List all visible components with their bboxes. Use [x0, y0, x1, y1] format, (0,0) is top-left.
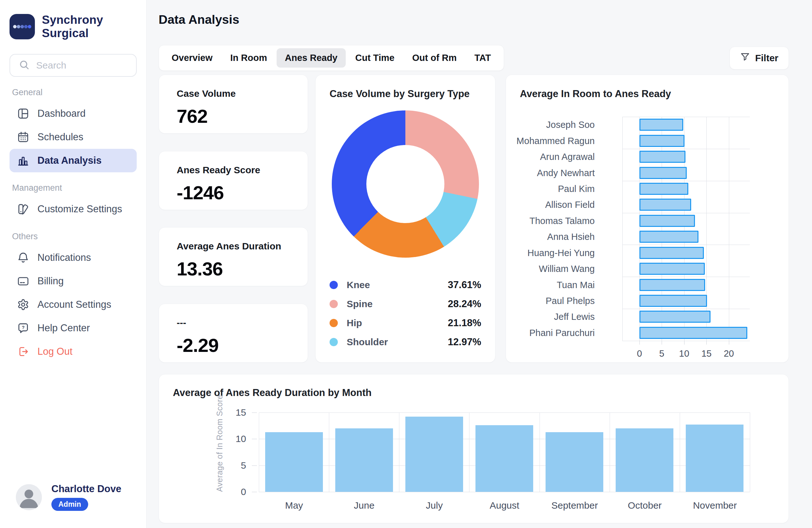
user-name: Charlotte Dove	[52, 483, 121, 495]
hbar-category-label: Mohammed Ragun	[517, 135, 595, 146]
gridline	[622, 245, 750, 245]
sidebar-item-data-analysis[interactable]: Data Analysis	[10, 149, 137, 172]
gridline	[259, 492, 750, 492]
brand-logo-icon	[10, 14, 35, 39]
search-box[interactable]	[10, 54, 137, 77]
hbar-chart: Joseph SooMohammed RagunArun AgrawalAndy…	[520, 117, 774, 364]
bar-joseph-soo	[639, 119, 683, 131]
gridline	[259, 413, 750, 413]
x-tick-label: November	[680, 500, 750, 511]
bar-mohammed-ragun	[639, 135, 684, 147]
kpi-value: 762	[177, 105, 308, 127]
user-role-badge: Admin	[52, 498, 88, 511]
help-icon: ?	[17, 322, 29, 334]
sidebar-item-log-out[interactable]: Log Out	[10, 340, 137, 363]
sidebar-item-account-settings[interactable]: Account Settings	[10, 293, 137, 316]
donut-legend: Knee37.61%Spine28.24%Hip21.18%Shoulder12…	[330, 275, 481, 352]
donut-card-title: Case Volume by Surgery Type	[330, 88, 481, 100]
x-tick-label: September	[539, 500, 610, 511]
legend-label: Hip	[347, 318, 362, 328]
tick-mark	[252, 492, 257, 492]
legend-value: 37.61%	[448, 279, 481, 291]
hbar-category-label: William Wang	[539, 264, 595, 274]
sidebar-item-label: Notifications	[38, 252, 91, 263]
kpi-card-anes-ready-score: Anes Ready Score-1246	[159, 151, 308, 210]
gridline	[622, 341, 750, 341]
sidebar-item-billing[interactable]: Billing	[10, 269, 137, 293]
kpi-card-: ----2.29	[159, 304, 308, 363]
gear-icon	[17, 299, 29, 311]
bar-andy-newhart	[639, 167, 687, 179]
tab-anes-ready[interactable]: Anes Ready	[277, 48, 346, 68]
bar-phani-paruchuri	[639, 327, 747, 339]
sidebar-item-label: Log Out	[38, 346, 72, 357]
tab-cut-time[interactable]: Cut Time	[347, 48, 403, 68]
content: Case Volume762Anes Ready Score-1246Avera…	[159, 74, 789, 523]
page-title: Data Analysis	[159, 13, 239, 27]
tick-mark	[706, 341, 707, 345]
bar-chart-icon	[17, 155, 29, 167]
sidebar-item-customize-settings[interactable]: Customize Settings	[10, 197, 137, 221]
legend-value: 28.24%	[448, 298, 481, 310]
gridline	[622, 309, 750, 309]
kpi-value: -2.29	[177, 334, 308, 356]
hbar-category-label: Jeff Lewis	[554, 312, 595, 322]
gridline	[706, 117, 707, 341]
y-tick-label: 10	[236, 433, 246, 444]
y-tick-label: 5	[241, 460, 246, 471]
section-label-management: Management	[12, 183, 134, 193]
hbar-category-label: Thomas Talamo	[530, 215, 595, 226]
sidebar-item-label: Help Center	[38, 323, 90, 334]
tick-mark	[729, 341, 729, 345]
gridline	[610, 413, 610, 492]
donut-chart	[332, 111, 479, 258]
tab-out-of-rm[interactable]: Out of Rm	[404, 48, 465, 68]
bar-paul-phelps	[639, 295, 707, 307]
kpi-card-case-volume: Case Volume762	[159, 74, 308, 133]
legend-dot-hip-icon	[330, 319, 338, 327]
tick-mark	[252, 466, 257, 466]
tick-mark	[252, 413, 257, 413]
tab-tat[interactable]: TAT	[466, 48, 499, 68]
app: Synchrony Surgical GeneralDashboardSched…	[0, 0, 812, 528]
filter-button[interactable]: Filter	[729, 47, 789, 70]
sidebar-item-notifications[interactable]: Notifications	[10, 246, 137, 269]
gridline	[622, 181, 750, 181]
user-profile[interactable]: Charlotte Dove Admin	[16, 483, 121, 511]
sidebar-item-label: Customize Settings	[38, 203, 122, 215]
tab-overview[interactable]: Overview	[163, 48, 221, 68]
sidebar-item-dashboard[interactable]: Dashboard	[10, 102, 137, 125]
bar-thomas-talamo	[639, 215, 695, 227]
gridline	[750, 413, 750, 492]
gridline	[622, 117, 623, 341]
hbar-category-label: Arun Agrawal	[540, 152, 595, 162]
bar-june	[335, 428, 393, 492]
tabs: OverviewIn RoomAnes ReadyCut TimeOut of …	[159, 45, 504, 71]
gridline	[329, 413, 329, 492]
main-content: Data Analysis OverviewIn RoomAnes ReadyC…	[147, 0, 812, 528]
customize-icon	[17, 203, 29, 215]
billing-icon	[17, 275, 29, 287]
bar-august	[476, 425, 533, 492]
gridline	[684, 117, 684, 341]
legend-row-knee: Knee37.61%	[330, 275, 481, 295]
donut-card: Case Volume by Surgery Type Knee37.61%Sp…	[315, 74, 495, 363]
tab-in-room[interactable]: In Room	[222, 48, 275, 68]
bar-jeff-lewis	[639, 311, 710, 323]
sidebar-item-schedules[interactable]: Schedules	[10, 125, 137, 149]
legend-value: 21.18%	[448, 317, 481, 329]
sidebar: Synchrony Surgical GeneralDashboardSched…	[0, 0, 147, 528]
search-input[interactable]	[35, 60, 128, 71]
logout-icon	[17, 345, 29, 358]
legend-label: Knee	[347, 280, 370, 290]
hbar-card: Average In Room to Anes Ready Joseph Soo…	[506, 74, 789, 363]
svg-text:?: ?	[21, 325, 25, 330]
hbar-plot-area: 05101520	[622, 117, 750, 341]
filter-label: Filter	[755, 53, 778, 63]
gridline	[680, 413, 680, 492]
sidebar-item-help-center[interactable]: ?Help Center	[10, 316, 137, 340]
x-tick-label: October	[610, 500, 680, 511]
hbar-card-title: Average In Room to Anes Ready	[520, 88, 774, 100]
gridline	[469, 413, 469, 492]
section-label-general: General	[12, 88, 134, 97]
